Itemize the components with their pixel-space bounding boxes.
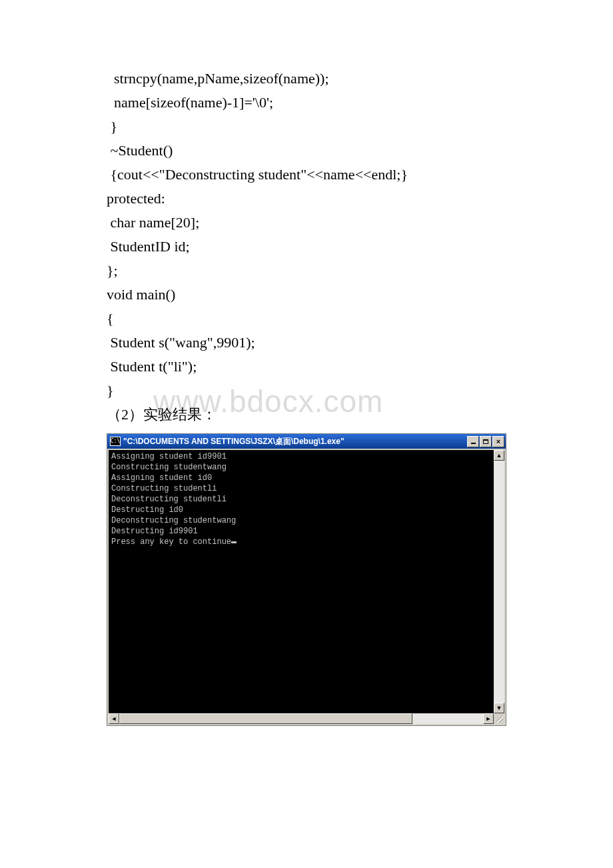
console-title: "C:\DOCUMENTS AND SETTINGS\JSZX\桌面\Debug… xyxy=(123,436,467,447)
maximize-button[interactable] xyxy=(480,436,492,447)
vertical-scrollbar[interactable]: ▲ ▼ xyxy=(494,450,504,713)
console-titlebar[interactable]: C:\ "C:\DOCUMENTS AND SETTINGS\JSZX\桌面\D… xyxy=(107,434,506,449)
console-line: Assigning student id9901 xyxy=(111,452,227,461)
scroll-thumb[interactable] xyxy=(119,713,412,724)
code-line: StudentID id; xyxy=(107,235,506,259)
code-line: ~Student() xyxy=(107,139,506,163)
code-line: }; xyxy=(107,259,506,283)
code-line: protected: xyxy=(107,187,506,211)
code-line: name[sizeof(name)-1]='\0'; xyxy=(107,91,506,115)
scroll-down-button[interactable]: ▼ xyxy=(494,703,504,713)
resize-grip-icon[interactable] xyxy=(494,713,504,724)
minimize-button[interactable] xyxy=(467,436,479,447)
code-line: Student t("li"); xyxy=(107,355,506,379)
code-line: {cout<<"Deconstructing student"<<name<<e… xyxy=(107,163,506,187)
console-line: Press any key to continue xyxy=(111,537,231,547)
scroll-left-button[interactable]: ◄ xyxy=(109,713,119,724)
code-line: { xyxy=(107,307,506,331)
console-line: Constructing studentwang xyxy=(111,463,227,472)
console-line: Destructing id9901 xyxy=(111,527,198,536)
code-line: } xyxy=(107,115,506,139)
code-line: void main() xyxy=(107,283,506,307)
scroll-right-button[interactable]: ► xyxy=(483,713,494,724)
close-button[interactable]: × xyxy=(492,436,504,447)
code-line: char name[20]; xyxy=(107,211,506,235)
code-line: strncpy(name,pName,sizeof(name)); xyxy=(107,67,506,91)
console-output: Assigning student id9901 Constructing st… xyxy=(109,450,494,713)
console-line: Deconstructing studentwang xyxy=(111,516,236,525)
code-line: } xyxy=(107,379,506,403)
console-line: Destructing id0 xyxy=(111,505,183,515)
cursor-icon xyxy=(231,541,237,543)
scroll-up-button[interactable]: ▲ xyxy=(494,450,504,461)
console-line: Deconstructing studentli xyxy=(111,495,227,504)
code-line: Student s("wang",9901); xyxy=(107,331,506,355)
horizontal-scrollbar[interactable]: ◄ ► xyxy=(109,713,504,724)
console-window: C:\ "C:\DOCUMENTS AND SETTINGS\JSZX\桌面\D… xyxy=(107,433,506,726)
cmd-icon: C:\ xyxy=(110,437,121,446)
scroll-track[interactable] xyxy=(412,713,483,724)
scroll-track[interactable] xyxy=(494,461,504,703)
section-label: （2）实验结果： xyxy=(107,403,506,427)
console-line: Constructing studentli xyxy=(111,484,217,493)
console-line: Assigning student id0 xyxy=(111,473,212,483)
